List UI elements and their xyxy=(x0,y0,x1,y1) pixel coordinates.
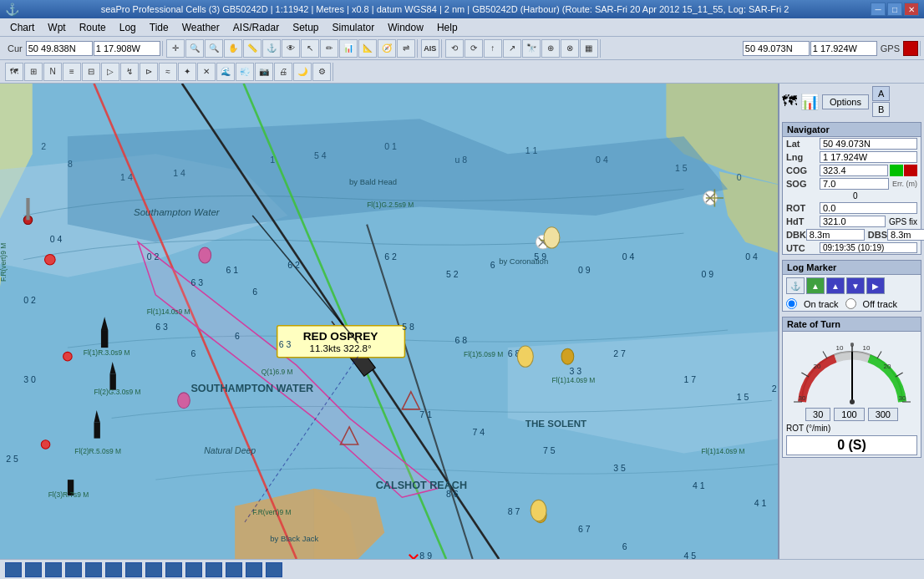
svg-text:5 2: 5 2 xyxy=(446,269,459,279)
rot-value-display: 0 (S) xyxy=(786,435,917,455)
ais-btn[interactable]: AIS xyxy=(421,39,439,58)
svg-text:6: 6 xyxy=(622,541,627,551)
status-icon-3[interactable] xyxy=(45,562,62,577)
tool8-btn[interactable]: ▦ xyxy=(580,39,598,58)
svg-text:7 1: 7 1 xyxy=(419,409,432,419)
menu-log[interactable]: Log xyxy=(113,20,143,35)
wp-btn[interactable]: ⊳ xyxy=(140,63,158,81)
gps-lat-input[interactable] xyxy=(743,41,810,56)
status-icon-13[interactable] xyxy=(246,562,262,577)
tool2-btn[interactable]: ⟳ xyxy=(465,39,483,58)
cursor-tool-btn[interactable]: ✛ xyxy=(166,39,185,58)
status-icon-6[interactable] xyxy=(105,562,122,577)
track-radio-row: On track Off track xyxy=(783,297,921,311)
b-button[interactable]: B xyxy=(872,102,890,117)
lm-down-btn[interactable]: ▼ xyxy=(846,277,865,294)
lm-up-btn[interactable]: ▲ xyxy=(826,277,845,294)
fit-btn[interactable]: ⊞ xyxy=(24,63,43,81)
lm-anchor-btn[interactable]: ⚓ xyxy=(786,277,805,294)
menu-chart[interactable]: Chart xyxy=(3,20,41,35)
rot-300-btn[interactable]: 300 xyxy=(868,408,898,421)
status-icon-2[interactable] xyxy=(25,562,42,577)
sog-sub-row: 0 xyxy=(783,190,921,201)
ruler-btn[interactable]: 📐 xyxy=(358,39,377,58)
status-icon-12[interactable] xyxy=(226,562,242,577)
lm-forward-btn[interactable]: ▶ xyxy=(866,277,885,294)
menu-tide[interactable]: Tide xyxy=(143,20,175,35)
route-btn[interactable]: ↯ xyxy=(120,63,139,81)
cur-lng-input[interactable] xyxy=(94,41,160,56)
chart-canvas[interactable]: RED OSPREY 11.3kts 322.8° 2 8 1 4 1 4 1 … xyxy=(0,84,778,559)
svg-text:3 5: 3 5 xyxy=(613,463,626,473)
status-icon-5[interactable] xyxy=(85,562,102,577)
chart-btn[interactable]: 📊 xyxy=(339,39,358,58)
rot-30-btn[interactable]: 30 xyxy=(805,408,830,421)
tool7-btn[interactable]: ⊗ xyxy=(561,39,579,58)
rot-100-btn[interactable]: 100 xyxy=(834,408,864,421)
track-btn[interactable]: ⇌ xyxy=(397,39,415,58)
options-button[interactable]: Options xyxy=(822,94,869,109)
status-icon-1[interactable] xyxy=(5,562,22,577)
status-icon-14[interactable] xyxy=(266,562,282,577)
svg-text:2 5: 2 5 xyxy=(6,454,18,464)
menu-simulator[interactable]: Simulator xyxy=(326,20,382,35)
close-button[interactable]: ✕ xyxy=(904,3,919,16)
tool3-btn[interactable]: ↑ xyxy=(484,39,502,58)
on-track-radio[interactable] xyxy=(786,298,797,309)
dbs-label: DBS xyxy=(868,230,887,240)
settings2-btn[interactable]: ⚙ xyxy=(312,63,331,81)
night-btn[interactable]: 🌙 xyxy=(293,63,312,81)
status-icon-4[interactable] xyxy=(65,562,82,577)
view-btn[interactable]: 👁 xyxy=(282,39,300,58)
gps-lng-input[interactable] xyxy=(810,41,877,56)
vessel-btn[interactable]: ▷ xyxy=(101,63,119,81)
pencil-btn[interactable]: ✏ xyxy=(320,39,338,58)
rot-unit-row: ROT (°/min) xyxy=(783,423,921,434)
menu-wpt[interactable]: Wpt xyxy=(41,20,72,35)
svg-point-20 xyxy=(561,348,574,364)
lights-btn[interactable]: ✦ xyxy=(178,63,196,81)
measure-btn[interactable]: 📏 xyxy=(243,39,261,58)
pan-btn[interactable]: ✋ xyxy=(224,39,242,58)
status-icon-10[interactable] xyxy=(185,562,202,577)
lat-value: 50 49.073N xyxy=(820,138,917,150)
status-icon-11[interactable] xyxy=(206,562,222,577)
svg-text:6 3: 6 3 xyxy=(190,277,203,287)
menu-route[interactable]: Route xyxy=(73,20,113,35)
minimize-button[interactable]: ─ xyxy=(871,3,886,16)
menu-weather[interactable]: Weather xyxy=(175,20,226,35)
off-track-radio[interactable] xyxy=(845,298,856,309)
arrow-btn[interactable]: ↖ xyxy=(301,39,319,58)
layers-btn[interactable]: ≡ xyxy=(63,63,81,81)
status-icon-9[interactable] xyxy=(165,562,182,577)
status-icon-8[interactable] xyxy=(145,562,162,577)
menu-help[interactable]: Help xyxy=(430,20,465,35)
grid-btn[interactable]: ⊟ xyxy=(82,63,100,81)
cur-lat-input[interactable] xyxy=(26,41,93,56)
menu-window[interactable]: Window xyxy=(381,20,430,35)
status-icon-7[interactable] xyxy=(125,562,142,577)
compass-btn[interactable]: 🧭 xyxy=(378,39,396,58)
maximize-button[interactable]: □ xyxy=(887,3,902,16)
svg-text:0: 0 xyxy=(737,172,742,182)
tool1-btn[interactable]: ⟲ xyxy=(445,39,464,58)
camera-btn[interactable]: 📷 xyxy=(255,63,273,81)
menu-ais-radar[interactable]: AIS/Radar xyxy=(226,20,286,35)
zoom-chart-btn[interactable]: 🗺 xyxy=(5,63,23,81)
marks-btn[interactable]: ✕ xyxy=(197,63,216,81)
tool5-btn[interactable]: 🔭 xyxy=(522,39,541,58)
tide-v-btn[interactable]: 🌊 xyxy=(216,63,235,81)
print-btn[interactable]: 🖨 xyxy=(274,63,292,81)
a-button[interactable]: A xyxy=(872,86,890,101)
zoom-out-btn[interactable]: 🔍 xyxy=(205,39,223,58)
tool6-btn[interactable]: ⊕ xyxy=(541,39,560,58)
menu-setup[interactable]: Setup xyxy=(286,20,325,35)
tool4-btn[interactable]: ↗ xyxy=(503,39,521,58)
lng-value: 1 17.924W xyxy=(820,151,917,163)
north-btn[interactable]: N xyxy=(43,63,62,81)
depth-btn[interactable]: ≈ xyxy=(159,63,177,81)
wind-btn[interactable]: 💨 xyxy=(236,63,254,81)
lm-arrow-btn[interactable]: ▲ xyxy=(806,277,825,294)
zoom-in-btn[interactable]: 🔍 xyxy=(185,39,204,58)
anchor-btn[interactable]: ⚓ xyxy=(262,39,281,58)
